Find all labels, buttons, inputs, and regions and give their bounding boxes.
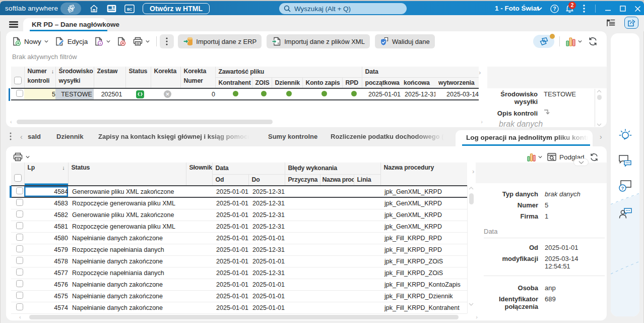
- cell-od[interactable]: 2025-01-01: [212, 197, 248, 209]
- log-row[interactable]: 4579Rozpoczęcie napełniania danych2025-0…: [11, 244, 467, 255]
- cell-od[interactable]: 2025-01-01: [212, 279, 248, 290]
- global-search[interactable]: [279, 3, 407, 14]
- cell-nazwa-proc[interactable]: [320, 186, 354, 197]
- cell-slownik[interactable]: [186, 279, 212, 290]
- cell-przyczyna[interactable]: [285, 197, 320, 209]
- maximize-button[interactable]: [615, 1, 630, 16]
- log-row[interactable]: 4575Napełnianie danych zakończone2025-01…: [11, 290, 467, 302]
- cell-do[interactable]: 2025-01-01: [248, 302, 285, 313]
- validate-button[interactable]: Waliduj dane: [375, 34, 435, 48]
- cell-do[interactable]: 2025-01-01: [248, 290, 285, 302]
- cell-przyczyna[interactable]: [285, 244, 320, 255]
- print-button[interactable]: [130, 34, 153, 48]
- cell-przyczyna[interactable]: [285, 302, 320, 313]
- cell-od[interactable]: 2025-01-01: [212, 186, 248, 197]
- column-header-przyczyna[interactable]: Przyczyna: [285, 174, 320, 186]
- row-checkbox[interactable]: [11, 255, 24, 267]
- column-header-korekta-numer[interactable]: KorektaNumer: [180, 67, 215, 88]
- cell-linia[interactable]: [354, 244, 380, 255]
- cell-do[interactable]: 2025-12-31: [248, 267, 285, 279]
- cell-od[interactable]: 2025-01-01: [212, 221, 248, 232]
- cell-slownik[interactable]: [186, 186, 212, 197]
- column-header-do[interactable]: Do: [248, 174, 285, 186]
- cell-status[interactable]: Napełnianie danych zakończone: [68, 279, 186, 290]
- header-grid-hscrollbar[interactable]: ‹ ›: [10, 119, 484, 125]
- cell-nazwa-proc[interactable]: [320, 244, 354, 255]
- cell-do[interactable]: 2025-12-31: [248, 209, 285, 221]
- column-header-nazwa-procedury[interactable]: Nazwa procedury: [380, 163, 467, 186]
- cell-status[interactable]: Napełnianie danych zakończone: [68, 302, 186, 313]
- cell-status[interactable]: Generowanie pliku XML zakończone: [68, 186, 186, 197]
- tabs-scroll-right-icon[interactable]: ›: [600, 133, 602, 141]
- cell-slownik[interactable]: [186, 209, 212, 221]
- row-checkbox[interactable]: [11, 221, 24, 232]
- cell-procedura[interactable]: jpk_Fill_KRPD_KontoZapis: [380, 279, 467, 290]
- cell-lp[interactable]: 4582: [24, 209, 68, 221]
- section-tab-rozliczenie[interactable]: Rozliczenie podatku dochodowego (RPD): [331, 133, 445, 140]
- cell-slownik[interactable]: [186, 197, 212, 209]
- log-grid-hscrollbar[interactable]: ‹ ›: [17, 314, 471, 320]
- column-header-wytworzenia[interactable]: wytworzenia: [435, 77, 479, 88]
- column-header-zestaw[interactable]: Zestaw: [94, 67, 125, 88]
- log-print-button[interactable]: [12, 150, 31, 164]
- cell-srodowisko[interactable]: TESTOWE: [55, 88, 94, 100]
- section-tab-dziennik[interactable]: Dziennik: [56, 133, 83, 140]
- columns-scroll-right-icon[interactable]: ›: [472, 169, 474, 175]
- more-actions-button[interactable]: [160, 34, 174, 48]
- cell-status[interactable]: Rozpoczęcie napełniania danych: [68, 267, 186, 279]
- delete-document-button[interactable]: [114, 34, 130, 48]
- cell-nazwa-proc[interactable]: [320, 221, 354, 232]
- cell-lp[interactable]: 4584: [24, 186, 68, 197]
- cell-procedura[interactable]: jpk_Fill_KRPD_Kontrahent: [380, 302, 467, 313]
- cell-lp[interactable]: 4577: [24, 267, 68, 279]
- log-row[interactable]: 4578Napełnianie danych zakończone2025-01…: [11, 255, 467, 267]
- cell-procedura[interactable]: jpk_Fill_KRPD_ZOiS: [380, 267, 467, 279]
- cell-slownik[interactable]: [186, 267, 212, 279]
- cell-zestaw[interactable]: 202501: [94, 88, 125, 100]
- menu-button[interactable]: [9, 21, 18, 28]
- cell-do[interactable]: 2025-12-31: [248, 197, 285, 209]
- log-grid-vscrollbar[interactable]: [468, 186, 474, 307]
- cell-slownik[interactable]: [186, 302, 212, 313]
- chat-button[interactable]: [618, 154, 632, 168]
- search-input[interactable]: [294, 5, 395, 13]
- select-all-checkbox[interactable]: [11, 163, 24, 186]
- cell-przyczyna[interactable]: [285, 221, 320, 232]
- news-button[interactable]: [106, 1, 116, 16]
- column-header-srodowisko[interactable]: Środowiskowysyłki: [55, 67, 94, 88]
- cell-procedura[interactable]: jpk_GenXML_KRPD: [380, 221, 467, 232]
- cell-procedura[interactable]: jpk_GenXML_KRPD: [380, 186, 467, 197]
- row-checkbox[interactable]: [11, 279, 24, 290]
- column-header-linia[interactable]: Linia: [354, 174, 380, 186]
- close-button[interactable]: [630, 1, 644, 16]
- column-header-koncowa[interactable]: końcowa: [401, 77, 435, 88]
- minimize-button[interactable]: [600, 1, 615, 16]
- contact-button[interactable]: [618, 205, 632, 219]
- cell-status[interactable]: Napełnianie danych zakończone: [68, 255, 186, 267]
- cell-status[interactable]: Napełnianie danych zakończone: [68, 290, 186, 302]
- cell-procedura[interactable]: jpk_Fill_KRPD_Dziennik: [380, 290, 467, 302]
- column-header-dziennik[interactable]: Dziennik: [272, 77, 302, 88]
- log-row[interactable]: 4582Generowanie pliku XML zakończone2025…: [11, 209, 467, 221]
- cell-procedura[interactable]: jpk_Fill_KRPD_ZOiS: [380, 255, 467, 267]
- column-header-status[interactable]: Status: [125, 67, 151, 88]
- cell-kontrahent[interactable]: [215, 88, 252, 100]
- import-xml-button[interactable]: Importuj dane z plików XML: [267, 34, 370, 48]
- cell-linia[interactable]: [354, 209, 380, 221]
- columns-scroll-right-icon[interactable]: ›: [479, 70, 481, 76]
- log-row[interactable]: 4574Napełnianie danych zakończone2025-01…: [11, 302, 467, 313]
- log-row[interactable]: 4581Rozpoczęcie generowania pliku XML202…: [11, 221, 467, 232]
- control-file-row[interactable]: 5 TESTOWE 202501 ✕ 0 2025-01-01 2025-12-…: [11, 88, 479, 100]
- section-tab-sumy[interactable]: Sumy kontrolne: [268, 133, 317, 140]
- share-button[interactable]: [624, 17, 638, 29]
- cell-status[interactable]: Rozpoczęcie generowania pliku XML: [68, 221, 186, 232]
- cell-od[interactable]: 2025-01-01: [212, 244, 248, 255]
- cell-zois[interactable]: [252, 88, 272, 100]
- cell-linia[interactable]: [354, 197, 380, 209]
- cell-przyczyna[interactable]: [285, 186, 320, 197]
- cell-przyczyna[interactable]: [285, 290, 320, 302]
- row-checkbox[interactable]: [11, 186, 24, 197]
- row-checkbox[interactable]: [11, 244, 24, 255]
- column-header-status[interactable]: Status: [68, 163, 186, 186]
- cell-linia[interactable]: [354, 279, 380, 290]
